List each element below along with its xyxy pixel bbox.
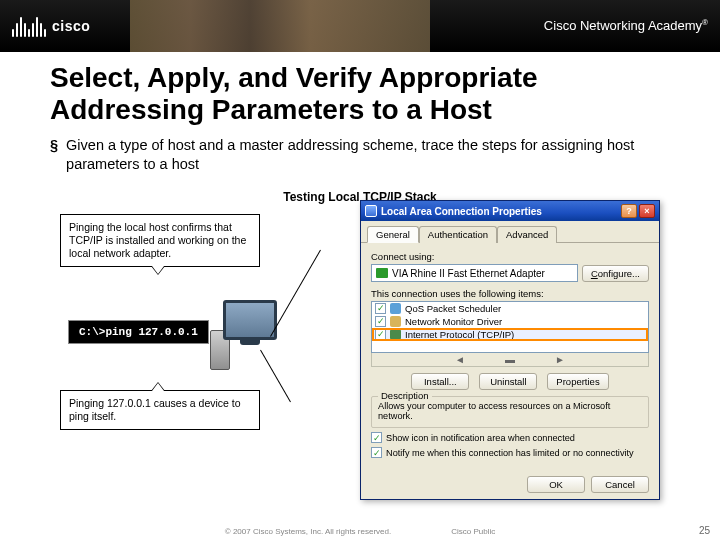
adapter-name: VIA Rhine II Fast Ethernet Adapter [392, 268, 545, 279]
nic-icon [376, 268, 388, 278]
connect-using-label: Connect using: [371, 251, 649, 262]
copyright: © 2007 Cisco Systems, Inc. All rights re… [225, 527, 391, 536]
description-text: Allows your computer to access resources… [378, 401, 642, 421]
list-scrollbar[interactable]: ◄ ▬ ► [371, 353, 649, 367]
tcpip-icon [390, 329, 401, 340]
connection-items-list[interactable]: ✓ QoS Packet Scheduler ✓ Network Monitor… [371, 301, 649, 353]
close-button[interactable]: × [639, 204, 655, 218]
checkbox-icon[interactable]: ✓ [371, 447, 382, 458]
computer-icon [210, 300, 290, 370]
checkbox-icon[interactable]: ✓ [375, 303, 386, 314]
list-item-selected[interactable]: ✓ Internet Protocol (TCP/IP) [372, 328, 648, 341]
help-button[interactable]: ? [621, 204, 637, 218]
notify-checkbox-row[interactable]: ✓ Notify me when this connection has lim… [371, 447, 649, 458]
adapter-field[interactable]: VIA Rhine II Fast Ethernet Adapter [371, 264, 578, 282]
description-group: Description Allows your computer to acce… [371, 396, 649, 428]
checkbox-icon[interactable]: ✓ [375, 316, 386, 327]
netmon-icon [390, 316, 401, 327]
page-number: 25 [699, 525, 710, 536]
qos-icon [390, 303, 401, 314]
list-item[interactable]: ✓ Network Monitor Driver [372, 315, 648, 328]
scroll-thumb[interactable]: ▬ [505, 354, 515, 365]
slide-footer: © 2007 Cisco Systems, Inc. All rights re… [0, 527, 720, 536]
install-button[interactable]: Install... [411, 373, 469, 390]
cancel-button[interactable]: Cancel [591, 476, 649, 493]
diagram-area: Testing Local TCP/IP Stack Pinging the l… [60, 190, 660, 506]
tab-general[interactable]: General [367, 226, 419, 243]
slide-title: Select, Apply, and Verify Appropriate Ad… [0, 52, 720, 132]
classification: Cisco Public [451, 527, 495, 536]
configure-button[interactable]: Configure... [582, 265, 649, 282]
dialog-title: Local Area Connection Properties [381, 206, 542, 217]
dialog-title-icon [365, 205, 377, 217]
callout-ping-self: Pinging 127.0.0.1 causes a device to pin… [60, 390, 260, 430]
scroll-left-icon[interactable]: ◄ [455, 354, 465, 365]
connection-properties-dialog: Local Area Connection Properties ? × Gen… [360, 200, 660, 500]
uninstall-button[interactable]: Uninstall [479, 373, 537, 390]
checkbox-icon[interactable]: ✓ [371, 432, 382, 443]
list-item[interactable]: ✓ QoS Packet Scheduler [372, 302, 648, 315]
checkbox-icon[interactable]: ✓ [375, 329, 386, 340]
terminal-command: C:\>ping 127.0.0.1 [68, 320, 209, 344]
slide-topbar: cisco Cisco Networking Academy® [0, 0, 720, 52]
dialog-tabs: General Authentication Advanced [361, 221, 659, 243]
bullet-text: Given a type of host and a master addres… [66, 136, 670, 174]
items-label: This connection uses the following items… [371, 288, 649, 299]
cisco-wordmark: cisco [52, 18, 90, 34]
cisco-bars-icon [12, 15, 46, 37]
bullet-list: § Given a type of host and a master addr… [0, 132, 720, 174]
scroll-right-icon[interactable]: ► [555, 354, 565, 365]
properties-button[interactable]: Properties [547, 373, 608, 390]
dialog-titlebar[interactable]: Local Area Connection Properties ? × [361, 201, 659, 221]
show-icon-checkbox-row[interactable]: ✓ Show icon in notification area when co… [371, 432, 649, 443]
bullet-marker-icon: § [50, 136, 58, 174]
bullet-item: § Given a type of host and a master addr… [50, 136, 670, 174]
ok-button[interactable]: OK [527, 476, 585, 493]
academy-label: Cisco Networking Academy® [544, 18, 708, 33]
cisco-logo: cisco [12, 15, 90, 37]
callout-tcpip-installed: Pinging the local host confirms that TCP… [60, 214, 260, 267]
description-title: Description [378, 390, 432, 401]
tab-advanced[interactable]: Advanced [497, 226, 557, 243]
tab-authentication[interactable]: Authentication [419, 226, 497, 243]
leader-line [270, 250, 321, 337]
